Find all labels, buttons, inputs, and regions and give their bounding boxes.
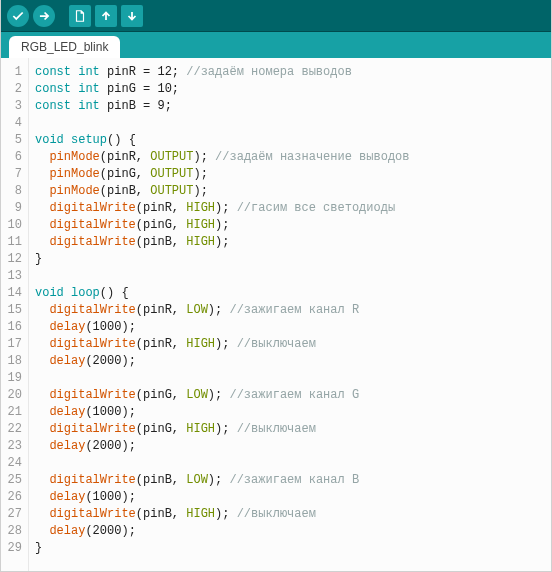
- line-number: 26: [1, 489, 22, 506]
- code-line[interactable]: delay(2000);: [35, 438, 551, 455]
- code-line[interactable]: digitalWrite(pinG, HIGH);: [35, 217, 551, 234]
- line-number: 27: [1, 506, 22, 523]
- code-line[interactable]: delay(2000);: [35, 353, 551, 370]
- line-number: 8: [1, 183, 22, 200]
- line-number: 16: [1, 319, 22, 336]
- save-button[interactable]: [121, 5, 143, 27]
- code-line[interactable]: delay(1000);: [35, 489, 551, 506]
- line-number: 9: [1, 200, 22, 217]
- line-number: 19: [1, 370, 22, 387]
- line-number: 11: [1, 234, 22, 251]
- line-number: 29: [1, 540, 22, 557]
- code-line[interactable]: [35, 268, 551, 285]
- code-line[interactable]: digitalWrite(pinB, HIGH); //выключаем: [35, 506, 551, 523]
- line-number: 3: [1, 98, 22, 115]
- code-line[interactable]: digitalWrite(pinB, HIGH);: [35, 234, 551, 251]
- code-line[interactable]: const int pinG = 10;: [35, 81, 551, 98]
- code-line[interactable]: const int pinR = 12; //задаём номера выв…: [35, 64, 551, 81]
- tab-bar: RGB_LED_blink: [1, 32, 551, 58]
- code-line[interactable]: digitalWrite(pinR, HIGH); //выключаем: [35, 336, 551, 353]
- code-line[interactable]: [35, 455, 551, 472]
- arrow-up-icon: [99, 9, 113, 23]
- line-number: 20: [1, 387, 22, 404]
- code-line[interactable]: digitalWrite(pinG, LOW); //зажигаем кана…: [35, 387, 551, 404]
- code-line[interactable]: digitalWrite(pinR, HIGH); //гасим все св…: [35, 200, 551, 217]
- code-line[interactable]: delay(1000);: [35, 404, 551, 421]
- verify-button[interactable]: [7, 5, 29, 27]
- tab-sketch[interactable]: RGB_LED_blink: [9, 36, 120, 58]
- line-number: 7: [1, 166, 22, 183]
- arrow-down-icon: [125, 9, 139, 23]
- new-button[interactable]: [69, 5, 91, 27]
- code-line[interactable]: delay(2000);: [35, 523, 551, 540]
- line-gutter: 1234567891011121314151617181920212223242…: [1, 58, 29, 571]
- code-line[interactable]: void loop() {: [35, 285, 551, 302]
- code-area[interactable]: const int pinR = 12; //задаём номера выв…: [29, 58, 551, 571]
- line-number: 6: [1, 149, 22, 166]
- line-number: 13: [1, 268, 22, 285]
- line-number: 4: [1, 115, 22, 132]
- code-line[interactable]: pinMode(pinG, OUTPUT);: [35, 166, 551, 183]
- line-number: 28: [1, 523, 22, 540]
- line-number: 25: [1, 472, 22, 489]
- open-button[interactable]: [95, 5, 117, 27]
- code-line[interactable]: pinMode(pinB, OUTPUT);: [35, 183, 551, 200]
- code-line[interactable]: digitalWrite(pinG, HIGH); //выключаем: [35, 421, 551, 438]
- line-number: 23: [1, 438, 22, 455]
- file-icon: [73, 9, 87, 23]
- line-number: 14: [1, 285, 22, 302]
- code-line[interactable]: delay(1000);: [35, 319, 551, 336]
- code-line[interactable]: [35, 115, 551, 132]
- toolbar: [1, 0, 551, 32]
- line-number: 12: [1, 251, 22, 268]
- check-icon: [11, 9, 25, 23]
- arrow-right-icon: [37, 9, 51, 23]
- line-number: 24: [1, 455, 22, 472]
- line-number: 5: [1, 132, 22, 149]
- tab-label: RGB_LED_blink: [21, 40, 108, 54]
- line-number: 1: [1, 64, 22, 81]
- line-number: 17: [1, 336, 22, 353]
- code-line[interactable]: [35, 370, 551, 387]
- line-number: 18: [1, 353, 22, 370]
- upload-button[interactable]: [33, 5, 55, 27]
- line-number: 10: [1, 217, 22, 234]
- code-line[interactable]: pinMode(pinR, OUTPUT); //задаём назначен…: [35, 149, 551, 166]
- code-line[interactable]: }: [35, 540, 551, 557]
- editor[interactable]: 1234567891011121314151617181920212223242…: [1, 58, 551, 571]
- code-line[interactable]: void setup() {: [35, 132, 551, 149]
- code-line[interactable]: const int pinB = 9;: [35, 98, 551, 115]
- line-number: 15: [1, 302, 22, 319]
- code-line[interactable]: digitalWrite(pinB, LOW); //зажигаем кана…: [35, 472, 551, 489]
- line-number: 22: [1, 421, 22, 438]
- line-number: 2: [1, 81, 22, 98]
- code-line[interactable]: digitalWrite(pinR, LOW); //зажигаем кана…: [35, 302, 551, 319]
- line-number: 21: [1, 404, 22, 421]
- code-line[interactable]: }: [35, 251, 551, 268]
